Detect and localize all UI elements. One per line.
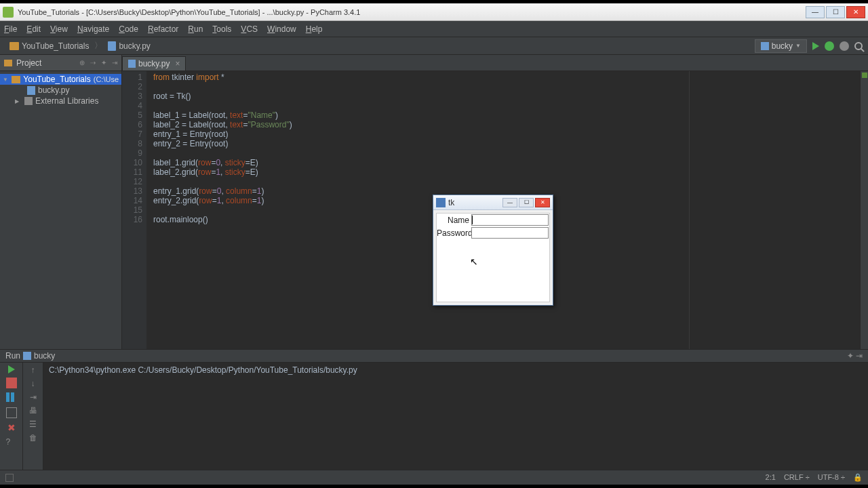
breadcrumb-project[interactable]: YouTube_Tutorials [5, 40, 93, 52]
tree-path-hint: (C:\Use [94, 75, 119, 83]
breadcrumb-file[interactable]: bucky.py [104, 40, 154, 52]
menu-run[interactable]: Run [188, 24, 203, 34]
run-config-name: bucky [34, 351, 55, 361]
tk-entry-name[interactable] [471, 214, 549, 226]
up-icon[interactable]: ↑ [28, 365, 38, 375]
navigation-bar: YouTube_Tutorials 〉 bucky.py bucky ▼ [0, 37, 868, 55]
breadcrumb-label: YouTube_Tutorials [22, 41, 89, 51]
chevron-right-icon: ▶ [15, 98, 22, 104]
line-separator[interactable]: CRLF ÷ [784, 473, 810, 482]
line-number-gutter: 12345678910111213141516 [122, 71, 146, 349]
close-icon[interactable]: × [175, 59, 180, 68]
tree-root[interactable]: ▼ YouTube_Tutorials (C:\Use [0, 74, 121, 85]
chevron-right-icon: 〉 [94, 40, 102, 52]
tk-maximize-button[interactable]: ☐ [519, 198, 534, 207]
menu-code[interactable]: Code [119, 24, 138, 34]
run-tool-window: ✖ ? ↑ ↓ ⇥ 🖶 ☰ 🗑 C:\Python34\python.exe C… [0, 363, 868, 470]
status-bar: 2:1 CRLF ÷ UTF-8 ÷ 🔒 [0, 470, 868, 485]
maximize-button[interactable]: ☐ [826, 6, 845, 18]
file-encoding[interactable]: UTF-8 ÷ [818, 473, 845, 482]
run-output[interactable]: C:\Python34\python.exe C:/Users/Bucky/De… [43, 363, 868, 470]
run-config-label: bucky [772, 41, 793, 51]
menu-refactor[interactable]: Refactor [148, 24, 178, 34]
rerun-button[interactable] [8, 365, 15, 373]
caret-position[interactable]: 2:1 [766, 473, 776, 482]
python-file-icon [108, 41, 116, 51]
folder-icon [9, 42, 19, 50]
tk-icon [436, 198, 446, 207]
project-tree: ▼ YouTube_Tutorials (C:\Use bucky.py ▶ E… [0, 71, 121, 109]
mouse-cursor-icon: ↖ [470, 256, 478, 267]
minimize-button[interactable]: — [806, 6, 825, 18]
editor-tab[interactable]: bucky.py × [122, 56, 186, 70]
menu-view[interactable]: View [50, 24, 68, 34]
breadcrumb-label: bucky.py [119, 41, 150, 51]
tk-label-name: Name [437, 216, 471, 225]
expand-icon[interactable]: ⇢ [90, 59, 96, 66]
tree-file[interactable]: bucky.py [0, 85, 121, 96]
menu-help[interactable]: Help [306, 24, 323, 34]
python-file-icon [761, 42, 769, 50]
run-button[interactable] [812, 42, 819, 50]
menu-navigate[interactable]: Navigate [77, 24, 109, 34]
close-run-button[interactable]: ✖ [6, 422, 17, 433]
gear-icon[interactable]: ✦ [101, 59, 106, 66]
folder-icon [4, 60, 12, 66]
app-icon [3, 7, 14, 18]
debug-button[interactable] [825, 41, 834, 51]
restart-button[interactable] [6, 407, 17, 418]
menu-bar: FileEditViewNavigateCodeRefactorRunTools… [0, 21, 868, 37]
tree-external-libraries[interactable]: ▶ External Libraries [0, 96, 121, 106]
error-stripe[interactable] [860, 71, 868, 349]
print-icon[interactable]: 🖶 [28, 406, 38, 415]
panel-title: Project [16, 58, 74, 68]
tkinter-app-window: tk — ☐ ✕ Name Password [433, 195, 553, 306]
pause-button[interactable] [6, 392, 17, 403]
os-titlebar: YouTube_Tutorials - [C:\Users\Bucky\Desk… [0, 3, 868, 21]
tk-minimize-button[interactable]: — [502, 198, 517, 207]
chevron-down-icon: ▼ [3, 77, 9, 83]
pin-button[interactable]: ? [6, 437, 17, 448]
run-tool-header[interactable]: Run bucky ✦ ⇥ [0, 349, 868, 363]
run-title: Run [5, 351, 20, 361]
status-ok-icon [862, 73, 867, 78]
collapse-icon[interactable]: ⊕ [79, 59, 85, 66]
hide-icon[interactable]: ⇥ [112, 59, 117, 66]
console-line: C:\Python34\python.exe C:/Users/Bucky/De… [49, 365, 357, 375]
wrap-icon[interactable]: ⇥ [28, 392, 38, 402]
trash-icon[interactable]: 🗑 [28, 433, 38, 443]
library-icon [24, 97, 33, 105]
python-file-icon [23, 352, 31, 360]
close-button[interactable]: ✕ [846, 6, 865, 18]
tree-label: YouTube_Tutorials [23, 75, 90, 84]
tool-windows-icon[interactable] [5, 474, 14, 482]
down-icon[interactable]: ↓ [28, 379, 38, 388]
folder-icon [12, 76, 20, 83]
run-config-dropdown[interactable]: bucky ▼ [755, 39, 807, 53]
lock-icon[interactable]: 🔒 [853, 473, 863, 482]
menu-edit[interactable]: Edit [26, 24, 41, 34]
run-output-actions: ↑ ↓ ⇥ 🖶 ☰ 🗑 [23, 363, 43, 470]
menu-window[interactable]: Window [267, 24, 296, 34]
gear-icon[interactable]: ✦ ⇥ [847, 351, 863, 361]
tk-titlebar[interactable]: tk — ☐ ✕ [433, 195, 553, 210]
window-title: YouTube_Tutorials - [C:\Users\Bucky\Desk… [18, 8, 804, 16]
project-tool-window: Project ⊕ ⇢ ✦ ⇥ ▼ YouTube_Tutorials (C:\… [0, 55, 122, 349]
clear-icon[interactable]: ☰ [28, 420, 38, 429]
run-actions: ✖ ? [0, 363, 23, 470]
tk-label-password: Password [437, 228, 471, 238]
project-panel-header[interactable]: Project ⊕ ⇢ ✦ ⇥ [0, 55, 121, 71]
python-file-icon [27, 86, 35, 95]
tk-title: tk [448, 198, 501, 207]
settings-icon[interactable] [840, 41, 849, 51]
menu-file[interactable]: File [4, 24, 17, 34]
tk-close-button[interactable]: ✕ [535, 198, 550, 207]
tree-label: bucky.py [38, 85, 69, 95]
tk-entry-password[interactable] [471, 227, 549, 239]
stop-button[interactable] [6, 378, 17, 388]
search-icon[interactable] [854, 42, 863, 50]
tab-label: bucky.py [138, 59, 170, 68]
menu-vcs[interactable]: VCS [241, 24, 258, 34]
editor-tabs: bucky.py × [122, 55, 868, 71]
menu-tools[interactable]: Tools [212, 24, 231, 34]
